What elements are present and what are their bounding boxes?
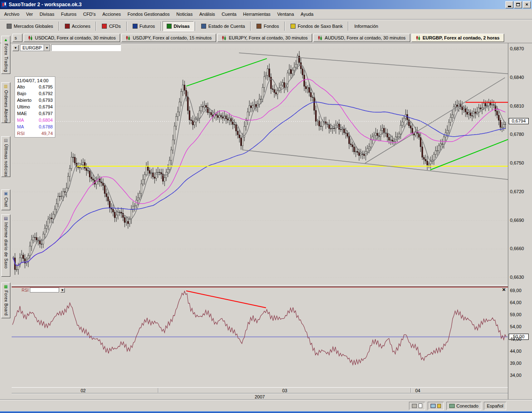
chart-tab-label: EURGBP, Forex al contado, 2 horas [423,35,500,40]
symbol-input[interactable] [51,44,121,51]
toolbar-label: Información [354,24,378,29]
toolbar-label: CFDs [109,24,121,29]
menu-cuenta[interactable]: Cuenta [218,10,239,18]
window-title: SaxoTrader 2 - workspace.ok.3 [9,2,505,7]
taskbar-edge [0,411,532,413]
toolbar-label: Fondos [264,24,279,29]
forex-board-icon: ▦ [4,284,7,289]
menu-analisis[interactable]: Análisis [196,10,218,18]
close-button[interactable]: ✕ [523,1,531,8]
menu-cfd-s[interactable]: CFD's [80,10,99,18]
latest-news-icon: ▤ [4,138,7,143]
menu-futuros[interactable]: Futuros [58,10,80,18]
tooltip-row-value: 0,6793 [39,97,53,103]
candlestick-icon [416,36,421,40]
chart-tab-eurgbp[interactable]: EURGBP, Forex al contado, 2 horas [411,34,504,42]
sidebar-item-chat[interactable]: ▣Chat [1,189,10,210]
chart-tab-usdjpy[interactable]: USDJPY, Forex al contado, 15 minutos [121,34,216,42]
title-bar[interactable]: SaxoTrader 2 - workspace.ok.3 ✕ [0,0,532,9]
symbol-select[interactable]: EURGBP ▼ [20,44,50,51]
sidebar-item-ordenes-abiertas[interactable]: ▥Ordenes Abiertas [1,82,10,123]
chart-tab-audusd[interactable]: AUDUSD, Forex al contado, 30 minutos [313,34,410,42]
menu-ventana[interactable]: Ventana [274,10,297,18]
sidebar-item-informe-diario-de-saxo[interactable]: ▤Informe diario de Saxo [1,214,10,277]
rsi-close-icon[interactable]: ✕ [502,287,506,293]
forex-trading-icon: ▲ [4,37,8,42]
rsi-indicator-panel[interactable]: RSI ▼ ✕ [12,287,508,387]
price-chart-panel[interactable]: ▼ EURGBP ▼ 11/04/07, 14:00 Alto0,6795Baj… [12,43,508,285]
year-label: 2007 [12,394,508,399]
status-network-panel [428,402,444,410]
time-axis[interactable]: 020304 2007 [12,387,508,400]
menu-divisas[interactable]: Divisas [36,10,57,18]
time-axis-divider [158,388,159,393]
sidebar-item-label: Forex Board [4,290,8,316]
tooltip-row-label: RSI [17,130,25,137]
toolbar-fondos-button[interactable]: Fondos [252,21,283,31]
toolbar-label: Mercados Globales [14,24,53,29]
toolbar-mercados-globales-button[interactable]: Mercados Globales [2,21,57,31]
menu-ver[interactable]: Ver [23,10,37,18]
chart-tab-eurjpy[interactable]: EURJPY, Forex al contado, 30 minutos [217,34,312,42]
rsi-axis-label: 54,00 [510,324,522,329]
status-connection-panel: Conectado [446,402,481,410]
toolbar-separator [59,22,59,31]
price-axis-label: 0,6810 [510,103,524,108]
candlestick-icon [126,36,131,40]
menu-fondos-gestionados[interactable]: Fondos Gestionados [124,10,173,18]
chart-tab-usdcad[interactable]: USDCAD, Forex al contado, 30 minutos [24,34,120,42]
minimize-button[interactable] [505,1,513,8]
chevron-down-icon[interactable]: ▼ [44,45,49,51]
sidebar-item-label: Últimas noticias [4,144,8,177]
futures-icon [133,24,138,29]
chart-tab-label: EURJPY, Forex al contado, 30 minutos [229,35,308,40]
time-axis-divider [411,388,411,393]
menu-archivo[interactable]: Archivo [1,10,23,18]
sidebar-item-label: Chat [4,197,8,207]
app-icon [1,2,7,7]
account-statement-icon [201,24,206,29]
language-label: Español [487,403,503,408]
rsi-select[interactable] [30,288,59,293]
toolbar-separator [284,22,285,31]
toolbar-informacion-button[interactable]: Información [350,21,382,31]
chart-tab-partial[interactable]: s [12,34,22,42]
current-price-marker: 0,6794 [509,118,529,124]
toolbar-fondos-de-saxo-bank-button[interactable]: Fondos de Saxo Bank [286,21,347,31]
funds-icon [256,24,261,29]
tooltip-datetime: 11/04/07, 14:00 [17,77,49,84]
toolbar-estado-de-cuenta-button[interactable]: Estado de Cuenta [197,21,249,31]
sidebar-item-forex-trading[interactable]: ▲Forex Trading [1,36,10,74]
price-axis-label: 0,6780 [510,132,524,137]
tooltip-row-label: MA [17,117,24,123]
price-chart-canvas[interactable] [12,43,508,285]
global-markets-icon [7,24,12,29]
rsi-chart-canvas[interactable] [12,287,508,387]
open-orders-icon: ▥ [4,84,7,89]
maximize-button[interactable] [514,1,522,8]
price-axis-label: 0,6840 [510,75,524,80]
chart-menu-button[interactable]: ▼ [12,45,19,51]
toolbar-acciones-button[interactable]: Acciones [61,21,95,31]
stocks-icon [65,24,70,29]
sidebar-item-ultimas-noticias[interactable]: ▤Últimas noticias [1,136,10,177]
toolbar-futuros-button[interactable]: Futuros [128,21,159,31]
menu-acciones[interactable]: Acciones [99,10,124,18]
tooltip-row-ma: MA0,6804 [15,117,55,123]
rsi-axis-label: 64,00 [510,300,522,305]
month-label: 04 [415,388,420,393]
daily-report-icon: ▤ [4,216,7,221]
toolbar-divisas-button[interactable]: Divisas [163,21,194,31]
time-axis-months[interactable]: 020304 [12,387,508,393]
price-axis-label: 0,6660 [510,246,524,251]
menu-ayuda[interactable]: Ayuda [297,10,317,18]
sidebar-item-forex-board[interactable]: ▦Forex Board [1,283,10,318]
month-label: 03 [282,388,287,393]
menu-noticias[interactable]: Noticias [173,10,196,18]
rsi-chevron-down-icon[interactable]: ▼ [60,288,65,293]
toolbar-cfds-button[interactable]: CFDs [98,21,125,31]
menu-bar: ArchivoVerDivisasFuturosCFD'sAccionesFon… [0,9,532,19]
menu-herramientas[interactable]: Herramientas [240,10,274,18]
price-axis[interactable]: 0,6794 50,00 0,68700,68400,68100,67800,6… [508,43,532,400]
tooltip-row-label: Ultimo [17,103,30,110]
